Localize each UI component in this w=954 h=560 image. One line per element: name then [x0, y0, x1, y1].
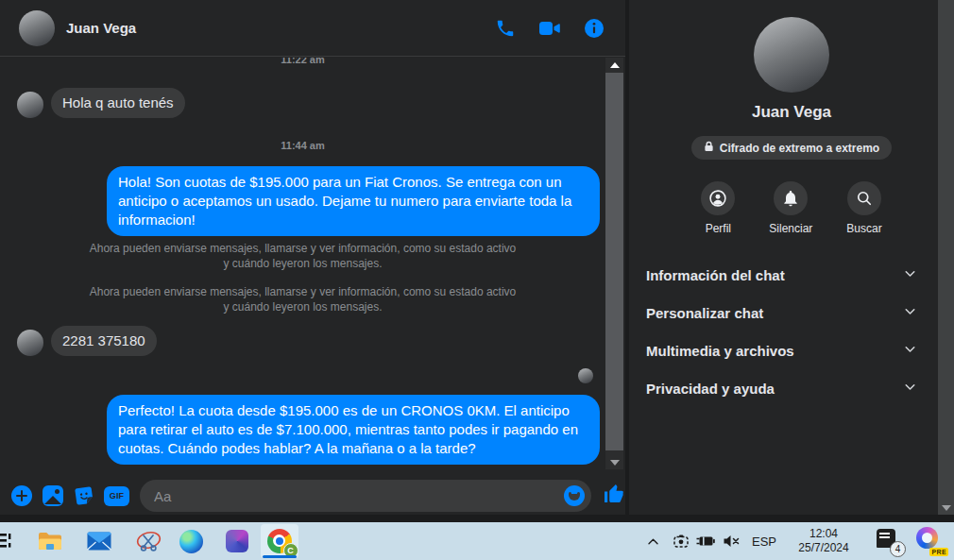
incoming-message-bubble[interactable]: Hola q auto tenés [51, 88, 185, 118]
section-customize-chat[interactable]: Personalizar chat [642, 294, 922, 331]
gif-icon[interactable]: GIF [104, 486, 129, 506]
windows-taskbar: C ESP 12:04 25/7/2024 4 [0, 522, 954, 560]
timestamp: 11:44 am [0, 140, 605, 151]
seen-receipt-avatar [578, 368, 593, 383]
profile-name: Juan Vega [629, 103, 954, 122]
notification-count-badge: 4 [890, 541, 906, 557]
message-input[interactable] [140, 480, 591, 512]
conversation-info-panel: Juan Vega Cifrado de extremo a extremo P… [629, 0, 954, 515]
section-privacy-help[interactable]: Privacidad y ayuda [642, 369, 922, 407]
section-media-files[interactable]: Multimedia y archivos [642, 331, 922, 369]
mail-taskbar-icon[interactable] [80, 524, 118, 558]
language-indicator[interactable]: ESP [744, 535, 784, 549]
messenger-chat-window: Juan Vega 11:22 am Hola q auto tenés 11:… [0, 0, 625, 515]
chevron-down-icon [902, 379, 918, 398]
clock-date-text: 25/7/2024 [784, 541, 863, 555]
chevron-down-icon [902, 303, 918, 322]
conversation-info-icon[interactable] [584, 18, 605, 39]
encryption-label: Cifrado de extremo a extremo [720, 142, 879, 155]
notification-center-icon[interactable]: 4 [877, 529, 901, 553]
sender-avatar[interactable] [17, 92, 43, 118]
office-taskbar-icon[interactable] [218, 524, 256, 558]
chat-scrollbar-thumb[interactable] [605, 73, 623, 450]
contact-avatar[interactable] [19, 10, 55, 46]
bell-icon [774, 181, 808, 215]
snipping-tool-taskbar-icon[interactable] [129, 524, 167, 558]
sticker-icon[interactable] [74, 485, 94, 506]
chevron-down-icon [902, 341, 918, 360]
scroll-up-arrow-icon[interactable] [610, 62, 620, 68]
search-button[interactable]: Buscar [846, 181, 881, 235]
chrome-taskbar-icon[interactable]: C [261, 524, 298, 558]
chat-header: Juan Vega [0, 0, 625, 57]
mute-button[interactable]: Silenciar [769, 181, 812, 235]
emoji-picker-icon[interactable] [564, 485, 585, 506]
message-list[interactable]: 11:22 am Hola q auto tenés 11:44 am Hola… [0, 58, 605, 477]
battery-charging-tray-icon[interactable] [693, 534, 719, 549]
profile-person-icon [701, 181, 735, 215]
sidebar-scrollbar[interactable] [938, 0, 954, 515]
send-like-icon[interactable] [603, 483, 625, 509]
scroll-down-arrow-icon[interactable] [942, 505, 951, 511]
section-chat-info[interactable]: Información del chat [642, 256, 922, 294]
file-explorer-taskbar-icon[interactable] [31, 524, 69, 558]
message-input-container [140, 480, 591, 512]
sender-avatar[interactable] [17, 330, 43, 356]
volume-muted-tray-icon[interactable] [719, 534, 744, 549]
video-call-icon[interactable] [538, 18, 561, 39]
phone-call-icon[interactable] [495, 18, 516, 39]
quick-actions: Perfil Silenciar Buscar [629, 181, 954, 235]
attach-photo-icon[interactable] [43, 485, 63, 506]
clock-date[interactable]: 12:04 25/7/2024 [784, 527, 863, 555]
system-notice: Ahora pueden enviarse mensajes, llamarse… [86, 241, 520, 271]
copilot-logo-icon [916, 527, 938, 549]
timestamp: 11:22 am [0, 58, 605, 65]
system-notice: Ahora pueden enviarse mensajes, llamarse… [86, 284, 520, 314]
info-sections: Información del chat Personalizar chat M… [629, 256, 954, 407]
screen: Juan Vega 11:22 am Hola q auto tenés 11:… [0, 0, 954, 560]
incoming-message-row: Hola q auto tenés [17, 88, 185, 118]
contact-name: Juan Vega [66, 20, 136, 36]
chat-scrollbar[interactable] [605, 58, 623, 469]
chrome-profile-badge: C [283, 543, 298, 558]
scroll-down-arrow-icon[interactable] [610, 460, 620, 466]
copilot-taskbar-icon[interactable]: PRE [916, 527, 945, 555]
system-tray: ESP 12:04 25/7/2024 4 PRE [637, 522, 954, 560]
search-icon [847, 181, 881, 215]
incoming-message-row: 2281 375180 [17, 326, 157, 356]
incoming-message-bubble[interactable]: 2281 375180 [51, 326, 157, 356]
copilot-preview-badge: PRE [929, 548, 948, 556]
outgoing-message-bubble[interactable]: Hola! Son cuotas de $195.000 para un Fia… [107, 166, 600, 236]
chevron-down-icon [902, 265, 918, 284]
encryption-badge[interactable]: Cifrado de extremo a extremo [691, 136, 892, 160]
profile-button[interactable]: Perfil [701, 181, 735, 235]
screen-capture-tray-icon[interactable] [669, 533, 693, 550]
lock-icon [704, 141, 714, 155]
show-hidden-icons-chevron[interactable] [637, 535, 669, 549]
edge-taskbar-icon[interactable] [172, 524, 210, 558]
clock-time: 12:04 [784, 527, 863, 541]
profile-avatar[interactable] [754, 17, 829, 93]
open-more-actions-icon[interactable] [11, 485, 32, 506]
message-composer: GIF [0, 477, 625, 515]
outgoing-message-bubble[interactable]: Perfecto! La cuota desde $195.000 es de … [107, 395, 600, 465]
partial-app-icon[interactable] [0, 531, 11, 555]
